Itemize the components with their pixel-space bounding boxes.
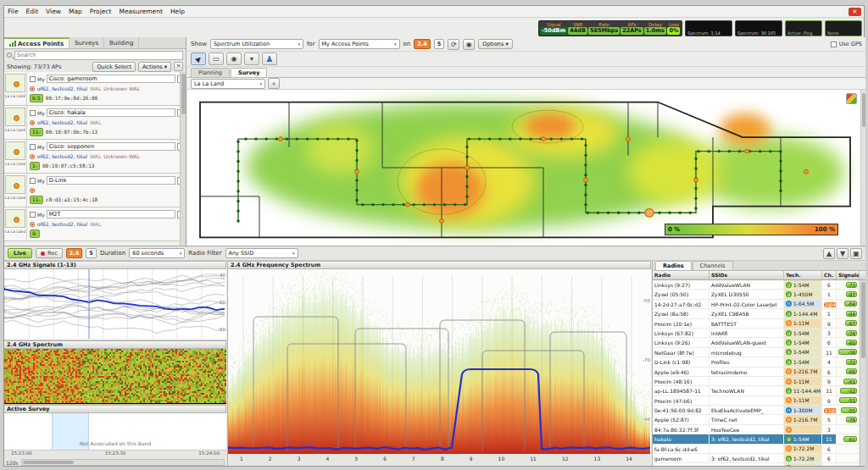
- signal-badge: -38: [838, 349, 857, 355]
- menu-item[interactable]: View: [46, 8, 61, 15]
- radio-row[interactable]: 14:2d:27:a7:0c:d2 HP-Print-02-Color Lase…: [653, 300, 860, 309]
- ap-name-field[interactable]: Cisco: sepponen: [47, 142, 175, 151]
- rect-tool-button[interactable]: ▭: [209, 53, 224, 65]
- signal-badge: -87: [846, 291, 857, 297]
- panel-close-button[interactable]: ✕: [174, 62, 183, 71]
- ap-checkbox[interactable]: [30, 212, 36, 218]
- ap-list-item[interactable]: La La Land My Cisco: sepponen of62, test…: [4, 140, 186, 174]
- radio-row[interactable]: 84:7a:86:32:7f:3f HooTeeCee b 3: [653, 425, 860, 434]
- radio-row[interactable]: ap-LL.1894587-11 TechnoWLAN g 11-144.4M …: [653, 386, 860, 395]
- panel-expand-button[interactable]: ▣: [850, 248, 862, 259]
- spectrum-mini-5[interactable]: Spectrum: 36:165: [735, 20, 782, 36]
- ap-list-item[interactable]: La La Land My D-Link: [4, 174, 186, 207]
- menu-item[interactable]: Help: [170, 8, 185, 15]
- tab-planning[interactable]: Planning: [191, 68, 230, 77]
- band-2-4-toggle[interactable]: 2.4: [66, 248, 83, 258]
- spectrum-mini-24[interactable]: Spectrum: 1:14: [685, 20, 732, 36]
- quick-select-button[interactable]: Quick Select: [92, 62, 136, 72]
- radio-row[interactable]: NetGear (8f:7e) microdebug g 1-54M 11 -3…: [653, 348, 860, 357]
- radio-name: 14:2d:27:a7:0c:d2: [653, 300, 709, 308]
- ap-scope-select[interactable]: My Access Points▾: [319, 39, 400, 49]
- panel-up-button[interactable]: ▲: [823, 248, 835, 259]
- pointer-tool-button[interactable]: ▶: [191, 53, 206, 65]
- ap-name-field[interactable]: D-Link: [47, 176, 175, 185]
- ap-checkbox[interactable]: [30, 76, 36, 82]
- add-floor-button[interactable]: ＋: [268, 78, 280, 89]
- tab-radios[interactable]: Radios: [655, 261, 692, 270]
- radio-row[interactable]: hakala 3: of62, testssid2, tikal g 1-54M…: [653, 434, 860, 444]
- tech-rate: 1-54M: [793, 329, 810, 337]
- radio-row[interactable]: Linksys (9:27) AddValueWLAN g 1-54M 6 -7…: [653, 280, 860, 290]
- record-button[interactable]: Rec: [36, 248, 63, 258]
- band-5-toggle[interactable]: 5: [434, 39, 445, 49]
- tab-building[interactable]: Building: [104, 37, 139, 48]
- tab-surveys[interactable]: Surveys: [70, 37, 104, 48]
- radio-row[interactable]: Zyxel (05:50) ZyXEL D30550 g 1-450M 1 -8…: [653, 290, 860, 299]
- noise-box[interactable]: Noise -47dBm: [825, 20, 862, 36]
- radios-scrollbar[interactable]: [860, 280, 865, 466]
- map-scrollbar[interactable]: [860, 90, 865, 246]
- signal-cell: -76: [837, 415, 860, 423]
- marker-tool-button[interactable]: ◉: [226, 53, 242, 65]
- search-input[interactable]: [14, 51, 183, 60]
- minimap-icon: [5, 141, 25, 160]
- floorplan-canvas[interactable]: 0 % 100 %: [187, 90, 865, 246]
- visualization-select[interactable]: Spectrum Utilization▾: [210, 39, 303, 49]
- ap-checkbox[interactable]: [30, 178, 36, 184]
- tool-dropdown-button[interactable]: ▾: [244, 53, 259, 65]
- tab-access-points[interactable]: Access Points: [4, 37, 70, 48]
- radio-filter-select[interactable]: Any SSID▾: [225, 248, 298, 258]
- radio-row[interactable]: D-Link (c1:98) Profiles g 1-54M 4 -72: [653, 357, 860, 367]
- live-button[interactable]: Live: [8, 248, 32, 258]
- radio-row[interactable]: Zyxel (8a:58) ZyXEL C98A5B g 1-144.4M 1 …: [653, 309, 860, 318]
- ap-name-field[interactable]: Cisco: gameroom: [47, 75, 175, 83]
- radio-row[interactable]: Proxim (47:b6) b 1-11M 9 -51: [653, 396, 860, 406]
- channel-cell: 9: [822, 377, 837, 385]
- ap-list-item[interactable]: La La Land My Cisco: hakala of62, testss…: [4, 106, 186, 140]
- refresh-button[interactable]: ⟳: [448, 39, 459, 50]
- ap-list-item[interactable]: La La Land My M2T of62, testssd2, tikal: [4, 207, 186, 241]
- menu-item[interactable]: Map: [69, 8, 82, 15]
- status-strip: Signal -50dBm SNR 44dB Rate 585Mbps APs …: [538, 19, 862, 37]
- radio-row[interactable]: 0e:41:56:00:9d:82 EkaEkaActivateEMP_ n 1…: [653, 406, 860, 415]
- signal-badge: -67: [845, 320, 857, 326]
- menu-item[interactable]: Measurement: [119, 8, 163, 15]
- menu-item[interactable]: File: [8, 8, 19, 15]
- ap-checkbox[interactable]: [30, 110, 36, 116]
- time-scrollbar[interactable]: [21, 459, 225, 466]
- radio-row[interactable]: fa:8f:ca:6c:dd:e6 b 1-72.2M 6: [653, 445, 860, 454]
- tech-rate: 1-54M: [793, 338, 810, 346]
- radio-row[interactable]: Apple (e9:46) tetrasimdemo b 1-216.7M 6 …: [653, 368, 860, 377]
- ap-name-field[interactable]: Cisco: hakala: [47, 108, 175, 117]
- survey-walk-button[interactable]: ♟: [262, 53, 277, 65]
- tab-channels[interactable]: Channels: [693, 261, 733, 270]
- tab-survey[interactable]: Survey: [231, 68, 267, 77]
- use-gps-checkbox[interactable]: [831, 41, 837, 47]
- duration-select[interactable]: 60 seconds▾: [129, 248, 185, 258]
- ap-checkbox[interactable]: [30, 144, 36, 150]
- active-ping-box[interactable]: Active: Ping 1ms: [785, 20, 822, 36]
- ap-name-field[interactable]: M2T: [47, 210, 175, 218]
- band-5-toggle[interactable]: 5: [86, 248, 97, 258]
- pin-button[interactable]: ◉: [463, 39, 475, 50]
- window-close-button[interactable]: ✕: [849, 8, 861, 16]
- radio-row[interactable]: Apple (52:87) TimeC net b 1-216.7M 5 -76: [653, 415, 860, 424]
- radio-row[interactable]: Linksys (9:26) AddValueWLAN-guest g 1-54…: [653, 338, 860, 347]
- map-layers-button[interactable]: [846, 93, 857, 104]
- ap-list-scrollbar[interactable]: [180, 72, 186, 246]
- tech-rate: 1-216.7M: [793, 368, 817, 376]
- panel-down-button[interactable]: ▼: [837, 248, 849, 259]
- radio-row[interactable]: Proxim (20:1e) BATTTEST b 1-11M 9 -67: [653, 319, 860, 329]
- tech-rate: 1-11M: [793, 396, 810, 405]
- menu-item[interactable]: Edit: [26, 8, 39, 15]
- ap-list-item[interactable]: La La Land My Cisco: gameroom of62, test…: [4, 72, 186, 106]
- menu-item[interactable]: Project: [90, 8, 112, 15]
- radio-row[interactable]: Apple (5e:11) Wi-Fi-verkko (M2T) g 9-144…: [653, 463, 860, 466]
- radio-row[interactable]: gameroom 3: of62, testssid2, tikal g 1-7…: [653, 454, 860, 463]
- floor-select[interactable]: La La Land▾: [191, 79, 265, 89]
- band-2-4-toggle[interactable]: 2.4: [414, 39, 431, 49]
- radio-row[interactable]: Proxim (48:16) b 1-11M 9 -61: [653, 377, 860, 386]
- options-button[interactable]: Options▾: [478, 39, 512, 49]
- radio-row[interactable]: Linksys (67:82) intAKfi g 1-54M 3 -74: [653, 329, 860, 338]
- actions-button[interactable]: Actions▾: [138, 62, 171, 72]
